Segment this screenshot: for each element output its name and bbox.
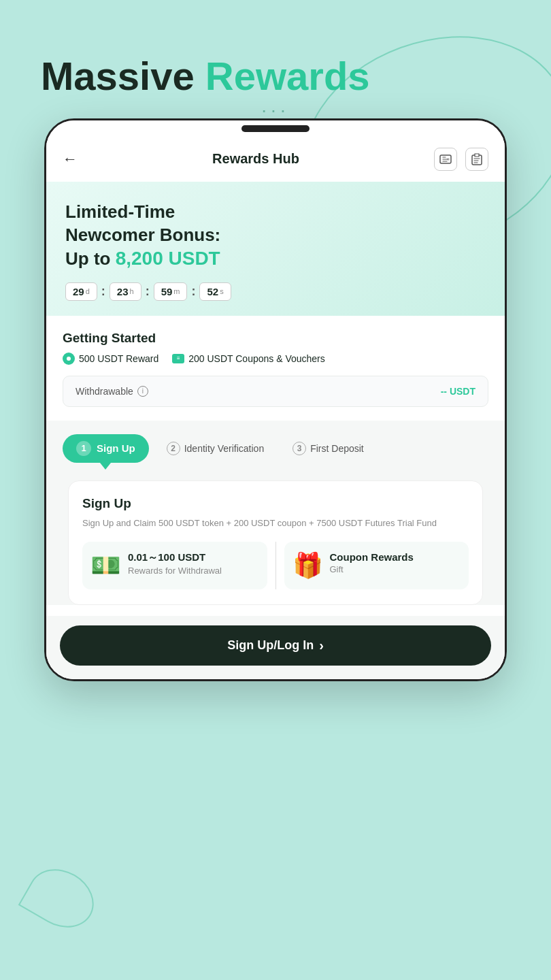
banner-title: Limited-Time Newcomer Bonus: Up to 8,200…: [65, 201, 486, 272]
phone-content: ← Rewards Hub: [46, 137, 505, 679]
badge2-text: 200 USDT Coupons & Vouchers: [188, 353, 325, 364]
cash-emoji: 💵: [90, 551, 121, 580]
notch-bar: [241, 125, 310, 132]
withdrawable-value: -- USDT: [441, 386, 475, 397]
ticket-icon: ≡: [172, 354, 184, 363]
signup-login-button[interactable]: Sign Up/Log In ›: [60, 625, 491, 666]
promo-banner: Limited-Time Newcomer Bonus: Up to 8,200…: [46, 182, 505, 316]
hero-title-black: Massive: [41, 54, 195, 98]
phone-notch: [46, 120, 505, 137]
banner-amount: 8,200 USDT: [116, 248, 220, 269]
reward-item-label-coupon: Gift: [330, 564, 414, 574]
banner-line1: Limited-Time: [65, 201, 175, 222]
step1-label: Sign Up: [97, 442, 135, 454]
step3-label: First Deposit: [310, 443, 364, 454]
step1-tab-signup[interactable]: 1 Sign Up: [63, 434, 149, 463]
days-value: 29: [73, 286, 84, 297]
app-header: ← Rewards Hub: [46, 137, 505, 182]
info-icon[interactable]: i: [137, 386, 148, 397]
signup-card-title: Sign Up: [82, 496, 469, 511]
minutes-value: 59: [161, 286, 173, 297]
banner-prefix: Up to: [65, 248, 110, 269]
hours-value: 23: [117, 286, 129, 297]
svg-point-1: [447, 158, 450, 161]
getting-started-section: Getting Started 500 USDT Reward ≡ 200 US…: [46, 317, 505, 421]
badge1-text: 500 USDT Reward: [79, 353, 158, 364]
minutes-unit: m: [173, 287, 180, 295]
sep3: :: [191, 284, 195, 299]
bottom-cta-section: Sign Up/Log In ›: [46, 616, 505, 679]
getting-started-title: Getting Started: [63, 331, 488, 346]
reward-item-amount-cash: 0.01～100 USDT: [128, 551, 222, 564]
seconds-value: 52: [207, 286, 218, 297]
signup-card: Sign Up Sign Up and Claim 500 USDT token…: [68, 480, 483, 606]
reward-item-cash: 💵 0.01～100 USDT Rewards for Withdrawal: [82, 542, 267, 589]
step1-number: 1: [76, 441, 91, 456]
reward-item-amount-coupon: Coupon Rewards: [330, 551, 414, 563]
step2-tab-identity[interactable]: 2 Identity Verification: [156, 435, 276, 462]
step3-number: 3: [293, 442, 306, 455]
reward-item-info-coupon: Coupon Rewards Gift: [330, 551, 414, 574]
minutes-counter: 59 m: [154, 282, 188, 301]
hours-counter: 23 h: [110, 282, 141, 301]
gift-emoji: 🎁: [293, 551, 323, 580]
green-dot-icon: [63, 353, 75, 365]
reward-item-coupon: 🎁 Coupon Rewards Gift: [284, 542, 469, 589]
countdown-timer: 29 d : 23 h : 59 m : 52: [65, 282, 486, 301]
badge-usdt-reward: 500 USDT Reward: [63, 353, 158, 365]
phone-frame: ← Rewards Hub: [0, 118, 551, 681]
cta-button-label: Sign Up/Log In: [227, 638, 314, 653]
back-button[interactable]: ←: [63, 150, 78, 168]
withdrawable-row: Withdrawable i -- USDT: [63, 376, 488, 407]
banner-line2: Newcomer Bonus:: [65, 225, 220, 245]
header-title: Rewards Hub: [212, 151, 299, 167]
sep2: :: [146, 284, 150, 299]
hero-title: Massive Rewards: [0, 0, 551, 118]
days-counter: 29 d: [65, 282, 97, 301]
seconds-counter: 52 s: [199, 282, 231, 301]
voucher-icon-button[interactable]: [434, 148, 457, 171]
reward-divider: [276, 542, 276, 589]
withdrawable-label: Withdrawable i: [76, 386, 148, 397]
step2-label: Identity Verification: [184, 443, 265, 454]
hours-unit: h: [130, 287, 134, 295]
steps-tabs: 1 Sign Up 2 Identity Verification 3 Firs…: [46, 421, 505, 470]
days-unit: d: [86, 287, 90, 295]
clipboard-icon-button[interactable]: [465, 148, 488, 171]
sep1: :: [101, 284, 105, 299]
reward-item-label-cash: Rewards for Withdrawal: [128, 566, 222, 576]
cta-arrow-icon: ›: [319, 638, 324, 653]
step2-number: 2: [167, 442, 180, 455]
signup-card-description: Sign Up and Claim 500 USDT token + 200 U…: [82, 517, 469, 530]
seconds-unit: s: [220, 287, 224, 295]
badge-coupons: ≡ 200 USDT Coupons & Vouchers: [172, 353, 325, 364]
step3-tab-deposit[interactable]: 3 First Deposit: [282, 435, 375, 462]
phone-device: ← Rewards Hub: [44, 118, 507, 681]
hero-title-green: Rewards: [205, 54, 370, 98]
reward-item-info-cash: 0.01～100 USDT Rewards for Withdrawal: [128, 551, 222, 576]
reward-items-list: 💵 0.01～100 USDT Rewards for Withdrawal 🎁…: [82, 542, 469, 589]
reward-badges: 500 USDT Reward ≡ 200 USDT Coupons & Vou…: [63, 353, 488, 365]
header-icons-group: [434, 148, 488, 171]
